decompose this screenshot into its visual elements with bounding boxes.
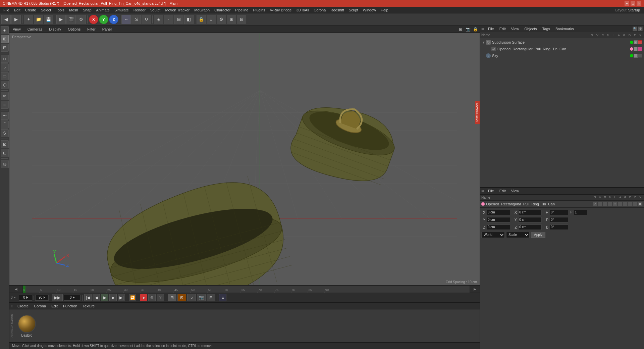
open-button[interactable]: 📁 bbox=[34, 15, 43, 24]
mat-menu-texture[interactable]: Texture bbox=[81, 304, 96, 308]
side-browser-tab[interactable]: Asset Browser bbox=[475, 101, 480, 124]
pos-z-input[interactable] bbox=[487, 225, 510, 230]
spline-tool-button[interactable]: 〜 bbox=[1, 112, 9, 120]
om-menu-file[interactable]: File bbox=[487, 27, 495, 31]
menu-window[interactable]: Window bbox=[361, 7, 378, 13]
menu-render[interactable]: Render bbox=[131, 7, 148, 13]
rot-p-input[interactable] bbox=[550, 217, 568, 222]
settings-button[interactable]: ⚙ bbox=[217, 15, 226, 24]
new-scene-button[interactable]: ✦ bbox=[24, 15, 33, 24]
key-cam-button[interactable]: 📷 bbox=[197, 294, 206, 301]
rotate-tool-button[interactable]: ↻ bbox=[142, 15, 151, 24]
box-tool-button[interactable]: □ bbox=[1, 55, 9, 63]
rot-b-input[interactable] bbox=[550, 225, 568, 230]
record-button[interactable]: ● bbox=[140, 294, 147, 301]
coords-apply-button[interactable]: Apply bbox=[531, 232, 545, 238]
paint-mode-button[interactable]: ⊟ bbox=[1, 44, 9, 52]
viewport-camera-button[interactable]: 📷 bbox=[465, 26, 471, 32]
speed-button[interactable]: ▶▶ bbox=[52, 294, 63, 301]
key-extra-button[interactable]: ⊞ bbox=[207, 294, 215, 301]
edges-mode-button[interactable]: ⊟ bbox=[174, 15, 183, 24]
render-button[interactable]: 🎬 bbox=[66, 15, 76, 24]
render-active-button[interactable]: ▶ bbox=[56, 15, 66, 24]
am-icon-5[interactable]: ≡ bbox=[613, 202, 618, 206]
viewport-display-menu[interactable]: Display bbox=[47, 27, 63, 32]
om-menu-view[interactable]: View bbox=[510, 27, 521, 31]
redo-button[interactable]: ▶ bbox=[11, 15, 21, 24]
timeline-button[interactable]: ≡ bbox=[219, 294, 226, 301]
key-all-button[interactable]: ⊞ bbox=[168, 294, 176, 301]
menu-character[interactable]: Character bbox=[212, 7, 232, 13]
om-search-button[interactable]: 🔍 bbox=[633, 27, 637, 31]
am-icon-8[interactable] bbox=[628, 202, 633, 206]
play-forward-button[interactable]: ▶ bbox=[101, 294, 108, 301]
size-y-input[interactable] bbox=[518, 217, 542, 222]
am-icon-6[interactable] bbox=[618, 202, 623, 206]
am-menu-view[interactable]: View bbox=[510, 189, 521, 193]
am-menu-edit[interactable]: Edit bbox=[498, 189, 507, 193]
more-button[interactable]: ⊞ bbox=[227, 15, 236, 24]
extra-button[interactable]: ⊟ bbox=[237, 15, 246, 24]
menu-script[interactable]: Script bbox=[347, 7, 360, 13]
am-object-row[interactable]: Opened_Rectangular_Pull_Ring_Tin_Can ✓ ≡… bbox=[480, 201, 644, 207]
scale-tool-button[interactable]: ⇲ bbox=[131, 15, 141, 24]
knife-tool-button[interactable]: ⌗ bbox=[1, 101, 9, 109]
texture-mode-button[interactable]: ⊞ bbox=[1, 35, 9, 43]
key-sel-button[interactable]: ⊠ bbox=[177, 294, 186, 301]
pos-x-input[interactable] bbox=[487, 210, 510, 215]
material-button[interactable]: ◎ bbox=[1, 160, 9, 168]
move-tool-button[interactable]: ↔ bbox=[121, 15, 131, 24]
plane-tool-button[interactable]: ▭ bbox=[1, 72, 9, 80]
axis-y-button[interactable]: Y bbox=[99, 15, 108, 24]
mat-menu-edit[interactable]: Edit bbox=[50, 304, 59, 308]
am-icon-2[interactable] bbox=[598, 202, 602, 206]
save-button[interactable]: 💾 bbox=[44, 15, 53, 24]
render-settings-button[interactable]: ⚙ bbox=[76, 15, 86, 24]
menu-select[interactable]: Select bbox=[39, 7, 53, 13]
sphere-tool-button[interactable]: ○ bbox=[1, 63, 9, 71]
axis-x-button[interactable]: X bbox=[89, 15, 98, 24]
om-menu-edit[interactable]: Edit bbox=[498, 27, 507, 31]
am-icon-3[interactable] bbox=[603, 202, 607, 206]
menu-create[interactable]: Create bbox=[23, 7, 38, 13]
cylinder-tool-button[interactable]: ⬡ bbox=[1, 81, 9, 89]
go-start-button[interactable]: |◀ bbox=[84, 294, 92, 301]
menu-mograph[interactable]: MoGraph bbox=[192, 7, 212, 13]
am-icon-9[interactable] bbox=[633, 202, 638, 206]
menu-animate[interactable]: Animate bbox=[94, 7, 112, 13]
layout-value[interactable]: Startup bbox=[628, 8, 640, 12]
object-item-sky[interactable]: ○ Sky bbox=[481, 52, 643, 59]
am-icon-1[interactable]: ✓ bbox=[593, 202, 597, 206]
viewport-cameras-menu[interactable]: Cameras bbox=[25, 27, 45, 32]
menu-redshift[interactable]: Redshift bbox=[328, 7, 346, 13]
material-preview[interactable]: BasBro bbox=[18, 315, 36, 337]
viewport-lock-button[interactable]: 🔒 bbox=[472, 26, 478, 32]
loop-button[interactable]: 🔁 bbox=[129, 294, 136, 301]
model-mode-button[interactable]: ◈ bbox=[1, 26, 9, 34]
menu-corona[interactable]: Corona bbox=[312, 7, 328, 13]
menu-snap[interactable]: Snap bbox=[81, 7, 94, 13]
om-menu-objects[interactable]: Objects bbox=[523, 27, 538, 31]
grid-button[interactable]: # bbox=[207, 15, 216, 24]
am-menu-file[interactable]: File bbox=[487, 189, 495, 193]
om-menu-tags[interactable]: Tags bbox=[541, 27, 551, 31]
pen-tool-button[interactable]: ✏ bbox=[1, 92, 9, 100]
deformer-button[interactable]: ⊠ bbox=[1, 140, 9, 148]
key-pos-button[interactable]: ○ bbox=[187, 294, 196, 301]
polygons-mode-button[interactable]: ◧ bbox=[184, 15, 194, 24]
end-frame-input[interactable] bbox=[35, 295, 49, 301]
om-settings-button[interactable]: ⚙ bbox=[638, 27, 643, 31]
mat-menu-create[interactable]: Create bbox=[16, 304, 30, 308]
record-auto-button[interactable]: ⊕ bbox=[148, 294, 156, 301]
wrap-button[interactable]: ⊡ bbox=[1, 149, 9, 157]
timeline-track[interactable]: 0 5 10 15 20 25 30 35 40 45 50 55 60 65 bbox=[23, 286, 470, 293]
axis-z-button[interactable]: Z bbox=[109, 15, 118, 24]
step-back-button[interactable]: ◀ bbox=[93, 294, 100, 301]
am-icon-7[interactable] bbox=[623, 202, 628, 206]
viewport-panel-menu[interactable]: Panel bbox=[100, 27, 114, 32]
current-frame-input[interactable] bbox=[19, 295, 32, 301]
menu-sculpt[interactable]: Sculpt bbox=[148, 7, 163, 13]
menu-3dtoall[interactable]: 3DToAll bbox=[294, 7, 311, 13]
undo-button[interactable]: ◀ bbox=[1, 15, 11, 24]
rot-h-input[interactable] bbox=[550, 210, 568, 215]
